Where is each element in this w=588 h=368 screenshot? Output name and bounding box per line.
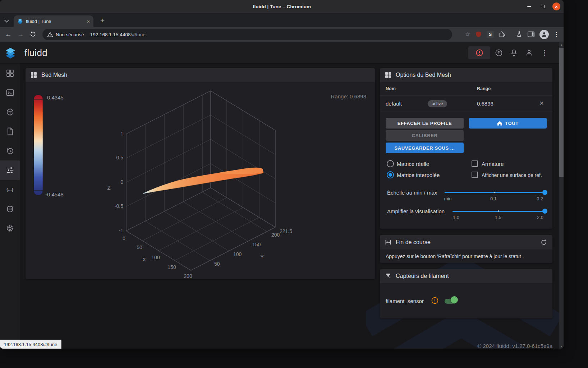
y-tick: 221.5 <box>280 228 292 234</box>
radio-real-matrix[interactable] <box>387 160 394 167</box>
z-axis-label: Z <box>107 185 110 191</box>
titlebar[interactable]: fluidd | Tune – Chromium × <box>0 0 564 13</box>
maximize-icon <box>541 5 545 8</box>
tab-search-chevron-icon[interactable] <box>4 18 9 23</box>
clear-profile-button[interactable]: EFFACER LE PROFILE <box>386 118 464 129</box>
options-header: Options du Bed Mesh <box>380 68 552 82</box>
card-title: Fin de course <box>396 239 431 246</box>
notifications-button[interactable] <box>510 48 518 57</box>
estop-alert-icon <box>475 48 484 57</box>
x-tick: 150 <box>167 264 176 270</box>
sidebar-item-history[interactable] <box>0 141 20 160</box>
x-axis-label: X <box>142 256 146 262</box>
upload-circle-icon <box>495 48 503 57</box>
fluidd-favicon <box>17 18 23 24</box>
tab-title: fluidd | Tune <box>26 19 84 24</box>
scroll-down-icon[interactable]: ▼ <box>559 344 564 349</box>
close-icon: × <box>555 4 558 9</box>
z-tick: 0.5 <box>116 155 124 160</box>
refresh-button[interactable] <box>539 238 548 247</box>
card-title: Bed Mesh <box>41 72 67 78</box>
slider-tick: min <box>440 196 456 201</box>
code-braces-icon: {...} <box>6 187 13 192</box>
radio-label[interactable]: Matrice réelle <box>397 161 429 167</box>
checkbox-label[interactable]: Armature <box>482 161 504 167</box>
z-tick: 1 <box>120 131 123 136</box>
back-button[interactable]: ← <box>3 29 14 40</box>
tab-close-icon[interactable]: × <box>87 19 90 24</box>
address-bar[interactable]: Non sécurisé 192.168.1.15:4408/#/tune <box>42 29 452 40</box>
upload-gcode-button[interactable] <box>495 48 503 57</box>
sidebar: {...} <box>0 64 20 349</box>
minimize-icon <box>527 6 531 7</box>
slider-tick: 0.1 <box>486 196 501 201</box>
labs-flask-icon[interactable] <box>516 31 523 38</box>
sidebar-item-configure[interactable]: {...} <box>0 180 20 199</box>
person-icon <box>541 31 547 38</box>
app-menu-icon[interactable]: ⋮ <box>540 48 549 57</box>
load-all-button[interactable]: TOUT <box>469 118 547 129</box>
new-tab-button[interactable]: + <box>98 16 107 25</box>
side-panel-icon[interactable] <box>527 31 535 38</box>
sidebar-item-system[interactable] <box>0 199 20 219</box>
profile-row[interactable]: default active 0.6893 × <box>380 96 552 112</box>
y-tick: 200 <box>271 232 280 238</box>
sensor-toggle-knob[interactable] <box>451 296 458 303</box>
console-icon <box>6 88 14 97</box>
checkbox-flat-surface[interactable] <box>472 172 478 178</box>
fluidd-app: fluidd ⋮ <box>0 42 564 349</box>
browser-menu-icon[interactable]: ⋮ <box>553 31 559 38</box>
minimize-button[interactable] <box>525 3 533 10</box>
slider-midpoint-tick <box>498 210 499 212</box>
bed-mesh-header: Bed Mesh <box>26 68 375 82</box>
sidebar-item-dashboard[interactable] <box>0 64 20 83</box>
fluidd-logo <box>5 47 16 59</box>
checkbox-wireframe[interactable] <box>472 160 478 167</box>
column-nom: Nom <box>386 86 396 91</box>
column-range: Range <box>477 86 491 91</box>
sidebar-item-tune[interactable] <box>0 160 20 180</box>
person-icon <box>525 49 533 57</box>
forward-button[interactable]: → <box>15 29 26 40</box>
card-title: Capteurs de filament <box>396 273 449 279</box>
page-scrollbar[interactable]: ▲ ▼ <box>559 42 564 349</box>
scroll-up-icon[interactable]: ▲ <box>559 42 564 47</box>
memory-chip-icon <box>6 205 14 213</box>
profile-avatar[interactable] <box>539 30 549 39</box>
app-title: fluidd <box>24 42 47 64</box>
ublock-shield-icon[interactable] <box>475 31 482 38</box>
calibrate-button[interactable]: CALIBRER <box>386 130 464 141</box>
sidebar-item-settings[interactable] <box>0 219 20 238</box>
close-button[interactable]: × <box>552 3 560 10</box>
sidebar-item-gcode-preview[interactable] <box>0 102 20 122</box>
user-button[interactable] <box>525 48 533 57</box>
remove-profile-button[interactable]: × <box>537 98 546 108</box>
security-label: Non sécurisé <box>56 32 84 37</box>
reload-button[interactable] <box>27 29 38 40</box>
bell-icon <box>510 49 518 57</box>
slider-thumb[interactable] <box>542 190 547 195</box>
sidebar-item-jobs[interactable] <box>0 122 20 141</box>
scrollbar-thumb[interactable] <box>559 48 564 177</box>
tab-strip: fluidd | Tune × + <box>0 13 564 27</box>
radio-interpolated-matrix[interactable] <box>387 171 394 178</box>
extensions-puzzle-icon[interactable] <box>499 31 506 38</box>
slider-tick: 2.0 <box>532 215 548 220</box>
x-tick: 100 <box>151 255 160 260</box>
bookmark-star-icon[interactable]: ☆ <box>465 31 470 38</box>
save-as-button[interactable]: SAUVEGARDER SOUS ... <box>386 143 464 153</box>
radio-label[interactable]: Matrice interpolée <box>397 172 440 178</box>
slider-thumb[interactable] <box>542 209 547 214</box>
colorbar-max-label: 0.4345 <box>47 94 64 101</box>
tab-fluidd-tune[interactable]: fluidd | Tune × <box>14 15 93 27</box>
checkbox-label[interactable]: Afficher une surface de ref. <box>482 172 542 178</box>
emergency-stop-button[interactable] <box>468 46 490 59</box>
card-title: Options du Bed Mesh <box>396 72 451 78</box>
bed-mesh-plot[interactable]: 0.4345 -0.4548 Range: 0.6893 1 0.5 0 -0.… <box>26 82 375 279</box>
sidebar-item-console[interactable] <box>0 83 20 102</box>
window-title: fluidd | Tune – Chromium <box>253 4 311 9</box>
slider-tick: 1.5 <box>490 215 506 220</box>
extension-s-icon[interactable]: S <box>487 31 494 38</box>
maximize-button[interactable] <box>539 3 547 10</box>
slider-midpoint-tick <box>494 192 495 193</box>
